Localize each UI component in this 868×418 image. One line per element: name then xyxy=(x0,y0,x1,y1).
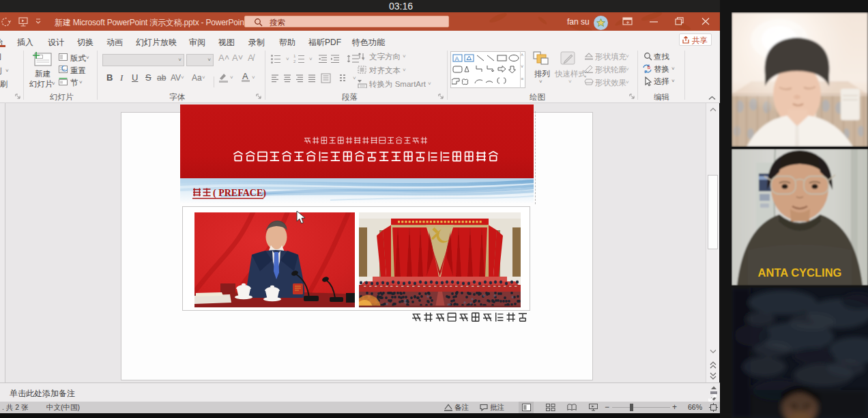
svg-text:b: b xyxy=(648,65,650,70)
svg-text:c: c xyxy=(644,69,647,74)
svg-text:ANTA CYCLING: ANTA CYCLING xyxy=(758,266,842,279)
svg-text:A: A xyxy=(455,55,459,62)
svg-text:2: 2 xyxy=(293,59,296,64)
svg-text:1: 1 xyxy=(293,54,296,58)
svg-text:( PREFACE): ( PREFACE) xyxy=(213,188,266,199)
